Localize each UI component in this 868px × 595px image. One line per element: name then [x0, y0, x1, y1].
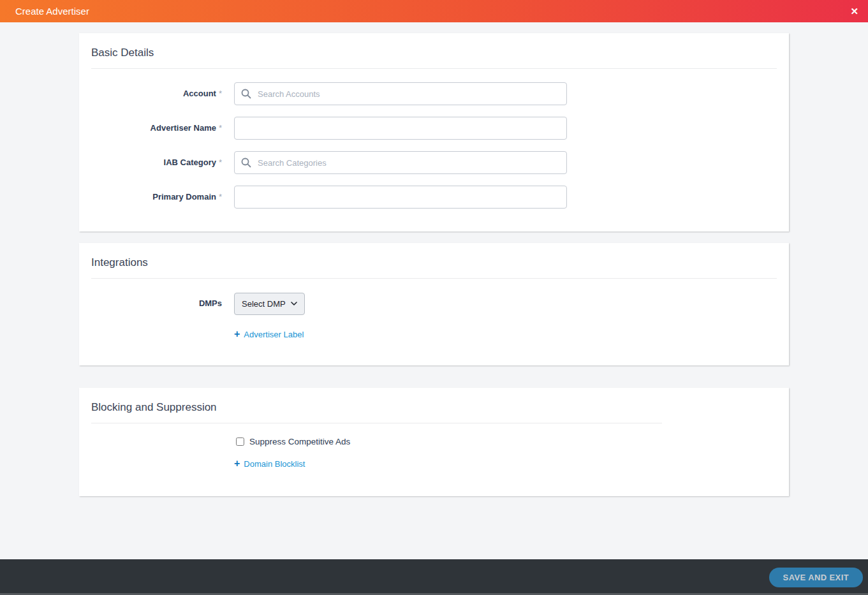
advertiser-name-input[interactable]: [234, 117, 567, 140]
integrations-card: Integrations DMPs Select DMP + Advertise…: [79, 243, 789, 365]
form-container: Basic Details Account* Advertiser Name*: [79, 33, 789, 496]
save-and-exit-button[interactable]: SAVE AND EXIT: [769, 568, 863, 587]
advertiser-name-input-wrap: [234, 117, 567, 140]
iab-category-row: IAB Category*: [91, 151, 777, 174]
advertiser-name-row: Advertiser Name*: [91, 117, 777, 140]
add-domain-blocklist-text: Domain Blocklist: [244, 459, 305, 469]
main-content: Basic Details Account* Advertiser Name*: [0, 22, 868, 559]
suppress-competitive-ads-checkbox[interactable]: [236, 437, 244, 446]
footer-bar: SAVE AND EXIT: [0, 559, 868, 595]
dmp-select-value: Select DMP: [242, 299, 286, 309]
account-search-input[interactable]: [234, 82, 567, 105]
add-domain-blocklist-link[interactable]: + Domain Blocklist: [234, 459, 305, 469]
primary-domain-label: Primary Domain*: [91, 186, 222, 209]
advertiser-label-link-wrap: + Advertiser Label: [234, 315, 777, 340]
advertiser-name-label: Advertiser Name*: [91, 117, 222, 140]
add-advertiser-label-link[interactable]: + Advertiser Label: [234, 329, 304, 339]
required-asterisk: *: [219, 123, 222, 133]
plus-icon: +: [234, 329, 240, 339]
modal-header: Create Advertiser ✕: [0, 0, 868, 22]
dmp-select-dropdown[interactable]: Select DMP: [234, 293, 305, 315]
iab-category-label: IAB Category*: [91, 151, 222, 174]
section-divider: [91, 278, 777, 279]
account-row: Account*: [91, 82, 777, 105]
required-asterisk: *: [219, 89, 222, 98]
suppress-competitive-ads-row: Suppress Competitive Ads: [236, 437, 777, 446]
account-label: Account*: [91, 82, 222, 105]
iab-category-input-wrap: [234, 151, 567, 174]
required-asterisk: *: [219, 192, 222, 202]
dmps-label: DMPs: [91, 292, 222, 315]
close-icon[interactable]: ✕: [850, 6, 858, 16]
primary-domain-input-wrap: [234, 186, 567, 209]
blocking-suppression-card: Blocking and Suppression Suppress Compet…: [79, 388, 789, 496]
add-advertiser-label-text: Advertiser Label: [244, 330, 304, 339]
chevron-down-icon: [291, 302, 297, 305]
section-title-blocking: Blocking and Suppression: [91, 400, 777, 415]
section-title-basic-details: Basic Details: [91, 46, 777, 60]
section-title-integrations: Integrations: [91, 256, 777, 270]
section-divider: [91, 68, 777, 69]
account-input-wrap: [234, 82, 567, 105]
dmps-row: DMPs Select DMP: [91, 292, 777, 315]
primary-domain-input[interactable]: [234, 186, 567, 209]
domain-blocklist-link-wrap: + Domain Blocklist: [234, 446, 777, 469]
suppress-competitive-ads-label: Suppress Competitive Ads: [249, 437, 350, 446]
primary-domain-row: Primary Domain*: [91, 186, 777, 209]
plus-icon: +: [234, 459, 240, 469]
basic-details-card: Basic Details Account* Advertiser Name*: [79, 33, 789, 231]
page-title: Create Advertiser: [15, 6, 89, 17]
section-divider: [91, 423, 662, 423]
iab-category-search-input[interactable]: [234, 151, 567, 174]
required-asterisk: *: [219, 158, 222, 167]
